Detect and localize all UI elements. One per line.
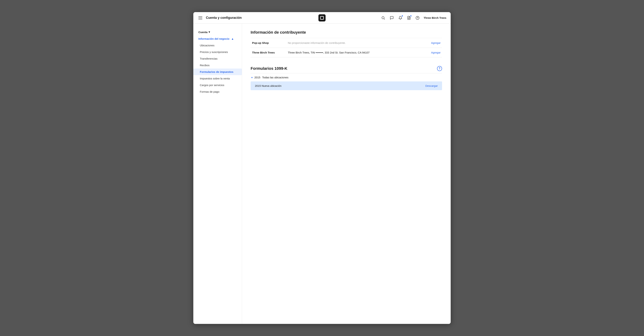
sidebar-item-transferencias[interactable]: Transferencias — [194, 55, 242, 62]
app-window: Cuenta y configuración — [193, 12, 451, 324]
sidebar-item-formularios[interactable]: Formularios de impuestos — [194, 68, 242, 75]
header-left: Cuenta y configuración — [198, 16, 242, 20]
square-logo-icon — [320, 16, 324, 20]
tax-info-section: Información de contribuyente Pop-up Shop… — [250, 30, 442, 58]
header: Cuenta y configuración — [194, 12, 450, 24]
row-name-popup: Pop-up Shop — [250, 38, 286, 48]
page-title: Cuenta y configuración — [206, 16, 242, 20]
sidebar-cuenta-chevron: ▾ — [208, 30, 210, 34]
tax-info-table: Pop-up Shop No proporcionaste informació… — [250, 38, 442, 58]
header-center — [318, 14, 326, 22]
table-row: Pop-up Shop No proporcionaste informació… — [250, 38, 442, 48]
row-action-popup[interactable]: Agregar — [422, 38, 442, 48]
menu-button[interactable] — [198, 16, 203, 20]
forms-section: Formularios 1099-K ? ▾ 2015 Todas las ub… — [250, 66, 442, 90]
square-logo[interactable] — [318, 14, 326, 22]
chat-icon[interactable] — [389, 16, 394, 20]
sidebar-info-negocio-label: Información del negocio — [198, 37, 229, 40]
help-question-mark: ? — [439, 67, 440, 70]
sidebar-impuestos-label: Impuestos sobre la venta — [200, 77, 230, 80]
table-row: Three Birch Trees Three Birch Trees, TIN… — [250, 48, 442, 58]
layout: Cuenta ▾ Información del negocio ▲ Ubica… — [194, 24, 450, 324]
sub-row-2015: 2015 Nueva ubicación Descargar — [250, 82, 442, 90]
sidebar: Cuenta ▾ Información del negocio ▲ Ubica… — [194, 24, 242, 324]
sidebar-cuenta-label: Cuenta — [198, 30, 208, 34]
sub-row-label: 2015 Nueva ubicación — [255, 84, 282, 87]
sidebar-cuenta[interactable]: Cuenta ▾ — [194, 29, 242, 36]
reports-icon[interactable] — [406, 16, 412, 20]
row-name-three-birch: Three Birch Trees — [250, 48, 286, 58]
sidebar-item-recibos[interactable]: Recibos — [194, 62, 242, 68]
sidebar-item-info-negocio[interactable]: Información del negocio ▲ — [194, 36, 242, 42]
sidebar-item-formas-pago[interactable]: Formas de pago — [194, 88, 242, 95]
sidebar-item-precios[interactable]: Precios y suscripciones — [194, 49, 242, 55]
sidebar-recibos-label: Recibos — [200, 64, 210, 67]
sidebar-transferencias-label: Transferencias — [200, 57, 218, 60]
accordion-year: 2015 — [254, 76, 260, 79]
download-button[interactable]: Descargar — [426, 84, 438, 87]
main-content: Información de contribuyente Pop-up Shop… — [242, 24, 450, 324]
sidebar-item-cargos[interactable]: Cargos por servicios — [194, 82, 242, 88]
reports-badge — [410, 15, 412, 17]
sidebar-item-impuestos[interactable]: Impuestos sobre la venta — [194, 75, 242, 82]
accordion-row-2015[interactable]: ▾ 2015 Todas las ubicaciones — [250, 73, 442, 82]
sidebar-precios-label: Precios y suscripciones — [200, 50, 228, 54]
sidebar-cargos-label: Cargos por servicios — [200, 84, 224, 86]
bell-badge — [402, 15, 403, 17]
bell-icon[interactable] — [398, 16, 403, 20]
header-right: Three Birch Trees — [381, 16, 446, 20]
row-detail-popup: No proporcionaste información de contrib… — [286, 38, 422, 48]
forms-header: Formularios 1099-K ? — [250, 66, 442, 71]
sidebar-ubicaciones-label: Ubicaciones — [200, 44, 214, 47]
sidebar-item-ubicaciones[interactable]: Ubicaciones — [194, 42, 242, 49]
row-detail-three-birch: Three Birch Trees, TIN ••••••••, 333 2nd… — [286, 48, 422, 58]
forms-help-icon[interactable]: ? — [437, 66, 442, 71]
accordion-chevron: ▾ — [251, 76, 252, 79]
row-action-three-birch[interactable]: Agregar — [422, 48, 442, 58]
help-icon[interactable] — [415, 16, 420, 20]
search-icon[interactable] — [381, 16, 386, 20]
forms-title: Formularios 1099-K — [250, 66, 287, 71]
sidebar-formas-pago-label: Formas de pago — [200, 90, 219, 93]
sidebar-formularios-label: Formularios de impuestos — [200, 70, 234, 73]
accordion-label: Todas las ubicaciones — [262, 76, 288, 79]
tax-info-title: Información de contribuyente — [250, 30, 442, 35]
sidebar-info-negocio-chevron: ▲ — [231, 37, 234, 40]
svg-line-1 — [384, 18, 385, 19]
user-name[interactable]: Three Birch Trees — [424, 16, 446, 19]
